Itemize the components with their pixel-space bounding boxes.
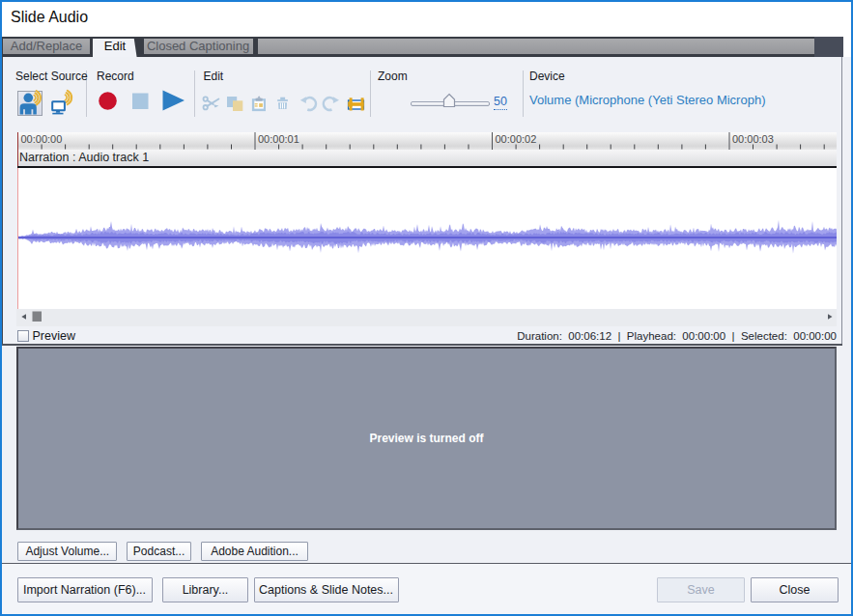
svg-text:00:00:03: 00:00:03 xyxy=(732,132,774,144)
svg-text:00:00:00: 00:00:00 xyxy=(21,132,63,144)
svg-text:00:00:01: 00:00:01 xyxy=(258,132,299,144)
svg-text:00:00:02: 00:00:02 xyxy=(496,132,537,144)
